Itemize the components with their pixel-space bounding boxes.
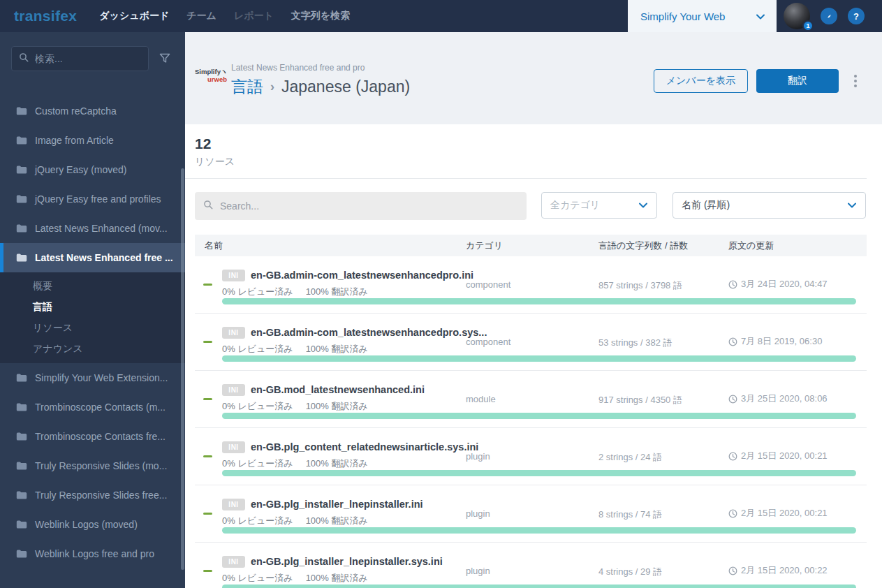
transifex-logo[interactable]: transifex — [14, 8, 77, 24]
breadcrumb-languages-link[interactable]: 言語 — [231, 76, 263, 98]
table-header-row: 名前 カテゴリ 言語の文字列数 / 語数 原文の更新 — [195, 235, 867, 256]
explore-compass-icon[interactable] — [821, 8, 837, 24]
sidebar-project-trombinoscope-moved[interactable]: Trombinoscope Contacts (m... — [0, 392, 185, 422]
sidebar-search-row — [11, 46, 175, 71]
sidebar-project-jquery-easy-free[interactable]: jQuery Easy free and profiles — [0, 184, 185, 214]
translate-button[interactable]: 翻訳 — [756, 69, 839, 93]
chevron-down-icon — [847, 200, 857, 211]
resource-name-link[interactable]: en-GB.admin-com_latestnewsenhancedpro.sy… — [251, 327, 487, 338]
translation-progress-bar — [222, 413, 856, 419]
sidebar-project-weblink-moved[interactable]: Weblink Logos (moved) — [0, 510, 185, 539]
translated-percent: 100% 翻訳済み — [306, 286, 368, 298]
translated-percent: 100% 翻訳済み — [306, 400, 368, 413]
folder-icon — [16, 490, 27, 500]
ini-format-badge: INI — [222, 384, 245, 396]
sidebar-search-input[interactable] — [35, 53, 141, 64]
sidebar-project-latest-news-moved[interactable]: Latest News Enhanced (mov... — [0, 214, 185, 243]
submenu-announcements[interactable]: アナウンス — [0, 338, 185, 359]
folder-icon — [16, 432, 27, 441]
resource-search-input[interactable] — [220, 200, 518, 212]
sidebar-project-latest-news-free-active[interactable]: Latest News Enhanced free ... — [0, 243, 185, 272]
sort-dropdown[interactable]: 名前 (昇順) — [672, 192, 866, 219]
resource-name-link[interactable]: en-GB.admin-com_latestnewsenhancedpro.in… — [251, 270, 473, 281]
clock-icon — [728, 509, 737, 518]
source-updated-cell: 3月 25日 2020, 08:06 — [741, 392, 828, 405]
minus-dash-icon — [203, 341, 212, 343]
minus-dash-icon — [203, 513, 212, 515]
organization-selector[interactable]: Simplify Your Web — [628, 0, 777, 32]
sidebar-project-syw-extensions[interactable]: Simplify Your Web Extension... — [0, 363, 185, 392]
sidebar-project-weblink-free[interactable]: Weblink Logos free and pro — [0, 539, 185, 568]
chevron-down-icon — [756, 10, 765, 22]
submenu-resources[interactable]: リソース — [0, 317, 185, 338]
folder-icon — [16, 520, 27, 529]
sidebar-project-truly-responsive-moved[interactable]: Truly Responsive Slides (mo... — [0, 451, 185, 480]
project-logo[interactable]: Simplifyヽ urweb — [195, 68, 227, 84]
resource-name-link[interactable]: en-GB.plg_installer_lnepinstaller.sys.in… — [251, 556, 443, 567]
show-members-button[interactable]: メンバーを表示 — [654, 69, 748, 93]
resource-count-label: リソース — [195, 156, 867, 168]
submenu-languages[interactable]: 言語 — [0, 296, 185, 317]
project-sidebar: Custom reCaptcha Image from Article jQue… — [0, 32, 185, 588]
breadcrumb: Latest News Enhanced free and pro 言語 › J… — [231, 63, 410, 98]
more-options-kebab-icon[interactable] — [854, 75, 857, 87]
column-header-category: カテゴリ — [466, 235, 503, 256]
review-percent: 0% レビュー済み — [222, 572, 293, 585]
sidebar-project-image-from-article[interactable]: Image from Article — [0, 126, 185, 155]
nav-item-reports[interactable]: レポート — [234, 10, 274, 22]
table-row[interactable]: INI en-GB.plg_installer_lnepinstaller.sy… — [195, 543, 867, 588]
resource-name-link[interactable]: en-GB.mod_latestnewsenhanced.ini — [251, 384, 425, 395]
resource-name-link[interactable]: en-GB.plg_installer_lnepinstaller.ini — [251, 499, 423, 510]
project-name-label: Latest News Enhanced free and pro — [231, 63, 410, 73]
filter-funnel-icon[interactable] — [154, 52, 175, 65]
category-cell: component — [466, 279, 510, 290]
review-percent: 0% レビュー済み — [222, 343, 293, 355]
clock-icon — [728, 395, 737, 404]
resource-search-box[interactable] — [195, 192, 527, 220]
user-avatar[interactable]: 1 — [784, 3, 810, 29]
sidebar-search-box[interactable] — [11, 46, 149, 71]
folder-icon — [16, 373, 27, 383]
resource-count: 12 — [195, 135, 867, 152]
strings-count-cell: 2 strings / 24 語 — [598, 451, 662, 464]
folder-icon — [16, 135, 27, 145]
category-cell: plugin — [466, 451, 490, 462]
project-list: Custom reCaptcha Image from Article jQue… — [0, 96, 185, 568]
table-row[interactable]: INI en-GB.mod_latestnewsenhanced.ini 0% … — [195, 371, 867, 428]
translation-progress-bar — [222, 470, 856, 476]
help-icon[interactable]: ? — [848, 8, 865, 24]
folder-icon — [16, 402, 27, 412]
submenu-overview[interactable]: 概要 — [0, 275, 185, 296]
category-dropdown[interactable]: 全カテゴリ — [541, 192, 657, 219]
nav-item-dashboard[interactable]: ダッシュボード — [99, 10, 169, 22]
table-row[interactable]: INI en-GB.plg_content_relatednewsinartic… — [195, 428, 867, 485]
table-row[interactable]: INI en-GB.admin-com_latestnewsenhancedpr… — [195, 256, 867, 314]
resource-name-link[interactable]: en-GB.plg_content_relatednewsinarticle.s… — [251, 441, 478, 453]
folder-icon — [16, 461, 27, 471]
search-icon — [203, 200, 214, 213]
source-updated-cell: 3月 24日 2020, 04:47 — [741, 278, 828, 291]
sidebar-project-truly-responsive-free[interactable]: Truly Responsive Slides free... — [0, 480, 185, 510]
organization-name: Simplify Your Web — [640, 10, 725, 22]
translation-progress-bar — [222, 527, 856, 534]
sidebar-scrollbar[interactable] — [181, 168, 184, 570]
strings-count-cell: 857 strings / 3798 語 — [598, 279, 682, 292]
translation-progress-bar — [222, 585, 856, 588]
category-cell: plugin — [466, 508, 490, 519]
sidebar-project-trombinoscope-free[interactable]: Trombinoscope Contacts fre... — [0, 422, 185, 451]
strings-count-cell: 53 strings / 382 語 — [598, 337, 672, 349]
folder-icon — [16, 165, 27, 175]
review-percent: 0% レビュー済み — [222, 400, 293, 413]
table-row[interactable]: INI en-GB.plg_installer_lnepinstaller.in… — [195, 485, 867, 543]
nav-item-search-strings[interactable]: 文字列を検索 — [291, 10, 350, 22]
folder-icon — [16, 253, 27, 263]
nav-item-teams[interactable]: チーム — [186, 10, 216, 22]
translated-percent: 100% 翻訳済み — [306, 572, 368, 585]
minus-dash-icon — [203, 455, 212, 457]
folder-icon — [16, 549, 27, 559]
main-nav: ダッシュボード チーム レポート 文字列を検索 — [99, 10, 350, 22]
table-row[interactable]: INI en-GB.admin-com_latestnewsenhancedpr… — [195, 314, 867, 371]
sidebar-project-jquery-easy-moved[interactable]: jQuery Easy (moved) — [0, 155, 185, 184]
sidebar-project-custom-recaptcha[interactable]: Custom reCaptcha — [0, 96, 185, 126]
category-cell: module — [466, 394, 496, 404]
